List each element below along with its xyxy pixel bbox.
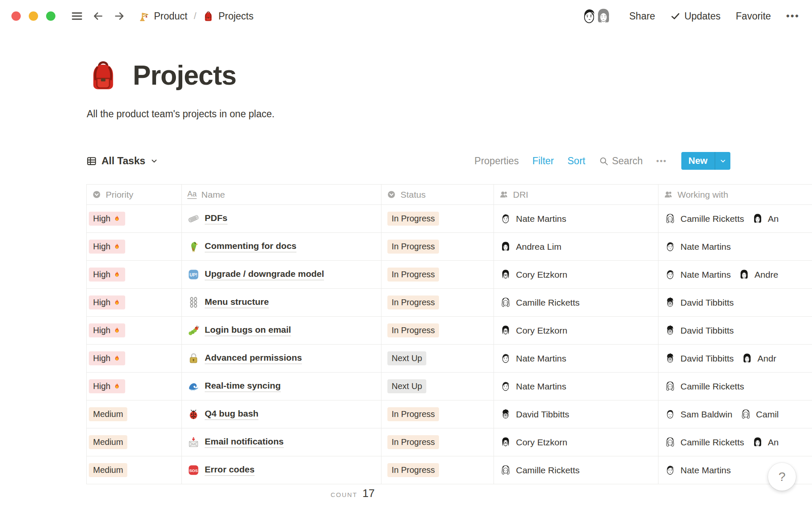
page-link[interactable]: UP!Upgrade / downgrade model (188, 269, 324, 280)
priority-badge[interactable]: High (89, 379, 125, 393)
cell-dri[interactable]: Cory Etzkorn (494, 261, 658, 288)
cell-name[interactable]: SOSError codes (182, 456, 381, 484)
cell-dri[interactable]: Nate Martins (494, 205, 658, 232)
cell-status[interactable]: In Progress (381, 289, 494, 316)
cell-name[interactable]: Email notifications (182, 428, 381, 456)
favorite-button[interactable]: Favorite (736, 11, 771, 22)
updates-button[interactable]: Updates (670, 11, 721, 22)
cell-working-with[interactable]: Camille RickettsAn (658, 205, 812, 232)
back-icon[interactable] (90, 8, 106, 24)
person-tag[interactable]: Camille Ricketts (500, 464, 580, 476)
count-row[interactable]: COUNT 17 (86, 487, 378, 500)
priority-badge[interactable]: High (89, 268, 125, 282)
cell-working-with[interactable]: David Tibbitts (658, 317, 812, 344)
person-tag[interactable]: Camil (740, 409, 779, 420)
page-link[interactable]: Real-time syncing (188, 381, 281, 392)
status-badge[interactable]: In Progress (387, 240, 439, 254)
cell-working-with[interactable]: Camille Ricketts (658, 373, 812, 400)
priority-badge[interactable]: Medium (89, 463, 127, 477)
person-tag[interactable]: Sam Baldwin (664, 409, 732, 420)
status-badge[interactable]: In Progress (387, 268, 439, 282)
view-more-options-icon[interactable]: ••• (656, 157, 667, 166)
cell-priority[interactable]: High (87, 233, 182, 260)
cell-priority[interactable]: Medium (87, 400, 182, 428)
person-tag[interactable]: David Tibbitts (664, 325, 734, 336)
person-tag[interactable]: Nate Martins (664, 269, 731, 280)
person-tag[interactable]: Camille Ricketts (500, 297, 580, 308)
person-tag[interactable]: Cory Etzkorn (500, 325, 567, 336)
close-window-button[interactable] (11, 11, 21, 21)
new-button-label[interactable]: New (681, 152, 715, 170)
sort-button[interactable]: Sort (568, 155, 585, 167)
status-badge[interactable]: Next Up (387, 379, 426, 393)
cell-name[interactable]: Q4 bug bash (182, 400, 381, 428)
cell-working-with[interactable]: Sam BaldwinCamil (658, 400, 812, 428)
minimize-window-button[interactable] (29, 11, 38, 21)
page-link[interactable]: Login bugs on email (188, 325, 291, 336)
column-header-status[interactable]: Status (381, 185, 494, 204)
page-description[interactable]: All the product team's projects in one p… (87, 108, 274, 120)
cell-name[interactable]: Menu structure (182, 289, 381, 316)
priority-badge[interactable]: High (89, 295, 125, 309)
filter-button[interactable]: Filter (532, 155, 554, 167)
cell-priority[interactable]: Medium (87, 428, 182, 456)
cell-name[interactable]: Advanced permissions (182, 345, 381, 372)
page-link[interactable]: Menu structure (188, 297, 269, 308)
new-button[interactable]: New (681, 152, 730, 170)
cell-status[interactable]: In Progress (381, 317, 494, 344)
person-tag[interactable]: Andr (741, 353, 776, 364)
person-tag[interactable]: Andre (738, 269, 778, 280)
person-tag[interactable]: Andrea Lim (500, 241, 561, 252)
properties-button[interactable]: Properties (475, 155, 519, 167)
cell-priority[interactable]: High (87, 289, 182, 316)
person-tag[interactable]: David Tibbitts (664, 297, 734, 308)
sidebar-menu-icon[interactable] (69, 8, 85, 24)
cell-priority[interactable]: Medium (87, 456, 182, 484)
cell-status[interactable]: In Progress (381, 233, 494, 260)
person-tag[interactable]: David Tibbitts (664, 353, 734, 364)
page-link[interactable]: PDFs (188, 213, 228, 224)
person-tag[interactable]: David Tibbitts (500, 409, 569, 420)
forward-icon[interactable] (111, 8, 127, 24)
cell-dri[interactable]: Camille Ricketts (494, 289, 658, 316)
search-button[interactable]: Search (599, 155, 643, 167)
status-badge[interactable]: In Progress (387, 435, 439, 449)
person-tag[interactable]: Camille Ricketts (664, 436, 744, 448)
status-badge[interactable]: In Progress (387, 407, 439, 421)
more-options-icon[interactable]: ••• (786, 11, 800, 22)
cell-name[interactable]: Login bugs on email (182, 317, 381, 344)
person-tag[interactable]: Nate Martins (664, 241, 731, 252)
breadcrumb-item-projects[interactable]: Projects (203, 11, 253, 22)
priority-badge[interactable]: High (89, 240, 125, 254)
cell-dri[interactable]: Cory Etzkorn (494, 428, 658, 456)
cell-dri[interactable]: David Tibbitts (494, 400, 658, 428)
column-header-name[interactable]: AaName (182, 185, 381, 204)
cell-working-with[interactable]: David Tibbitts (658, 289, 812, 316)
cell-priority[interactable]: High (87, 317, 182, 344)
person-tag[interactable]: Camille Ricketts (664, 213, 744, 224)
cell-status[interactable]: In Progress (381, 205, 494, 232)
priority-badge[interactable]: High (89, 351, 125, 365)
new-dropdown-button[interactable] (715, 152, 730, 170)
cell-priority[interactable]: High (87, 205, 182, 232)
help-button[interactable]: ? (768, 463, 796, 491)
person-tag[interactable]: Nate Martins (500, 353, 566, 364)
cell-dri[interactable]: Nate Martins (494, 373, 658, 400)
cell-status[interactable]: Next Up (381, 345, 494, 372)
cell-priority[interactable]: High (87, 261, 182, 288)
cell-status[interactable]: In Progress (381, 261, 494, 288)
page-link[interactable]: Advanced permissions (188, 353, 302, 364)
status-badge[interactable]: Next Up (387, 351, 426, 365)
column-header-working[interactable]: Working with (658, 185, 812, 204)
priority-badge[interactable]: Medium (89, 435, 127, 449)
cell-dri[interactable]: Andrea Lim (494, 233, 658, 260)
person-tag[interactable]: An (752, 436, 779, 448)
backpack-icon[interactable] (86, 58, 120, 92)
cell-status[interactable]: In Progress (381, 456, 494, 484)
person-tag[interactable]: Nate Martins (500, 213, 566, 224)
status-badge[interactable]: In Progress (387, 295, 439, 309)
cell-status[interactable]: In Progress (381, 400, 494, 428)
person-tag[interactable]: Camille Ricketts (664, 381, 744, 392)
status-badge[interactable]: In Progress (387, 323, 439, 337)
cell-working-with[interactable]: Nate Martins (658, 233, 812, 260)
